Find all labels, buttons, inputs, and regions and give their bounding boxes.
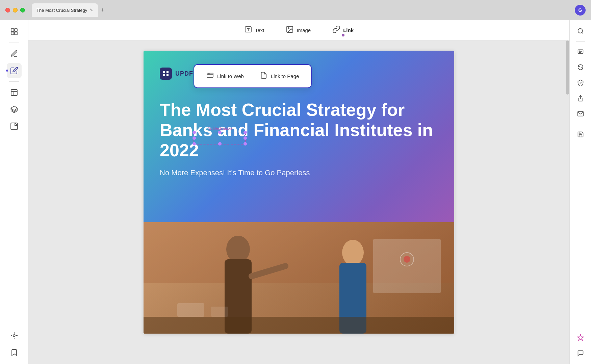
close-button[interactable]	[5, 8, 10, 12]
toolbar-link-container: Link	[327, 23, 359, 38]
scrollbar-thumb[interactable]	[566, 41, 569, 95]
svg-rect-2	[11, 32, 14, 35]
handle-mid-left[interactable]	[192, 136, 196, 140]
toolbar-text-button[interactable]: Text	[239, 23, 270, 38]
sidebar-divider-1	[9, 43, 19, 43]
sidebar-item-bookmark[interactable]	[7, 345, 22, 360]
svg-point-20	[342, 240, 364, 265]
hero-title: The Most Crucial Strategy for Banks and …	[160, 100, 438, 160]
handle-mid-right[interactable]	[243, 136, 247, 140]
sync-icon-button[interactable]	[574, 60, 587, 74]
photo-svg	[144, 222, 454, 334]
sidebar-item-pages[interactable]	[7, 24, 22, 39]
svg-rect-27	[211, 307, 228, 317]
handle-top-mid[interactable]	[218, 131, 222, 134]
tab-title: The Most Crucial Strategy	[36, 8, 87, 13]
save-icon-button[interactable]	[574, 128, 587, 141]
hero-banner: UPDF	[144, 51, 454, 222]
svg-point-28	[578, 29, 582, 33]
sidebar-item-templates[interactable]	[7, 85, 22, 100]
secure-icon-button[interactable]	[574, 76, 587, 89]
link-to-page-label: Link to Page	[271, 73, 299, 79]
logo-text: UPDF	[175, 70, 193, 77]
right-divider-1	[576, 41, 585, 42]
pdf-page: UPDF	[144, 51, 454, 334]
link-popup: Link to Web Link to Page	[194, 64, 312, 88]
svg-rect-4	[11, 89, 17, 96]
ocr-icon-button[interactable]	[574, 45, 587, 58]
link-to-web-label: Link to Web	[217, 73, 244, 79]
traffic-lights	[5, 8, 25, 12]
document-tab[interactable]: The Most Crucial Strategy ✎	[32, 3, 98, 17]
page-icon	[260, 72, 267, 81]
link-to-page-option[interactable]: Link to Page	[253, 69, 306, 83]
handle-top-left[interactable]	[192, 131, 196, 134]
svg-point-13	[209, 74, 210, 74]
mail-icon-button[interactable]	[574, 107, 587, 121]
sidebar-item-layers-bottom[interactable]	[7, 328, 22, 343]
app-body: Text Image	[0, 20, 591, 364]
sidebar-item-pen[interactable]	[7, 46, 22, 61]
handle-bot-left[interactable]	[192, 142, 196, 146]
ai-icon-button[interactable]	[574, 331, 587, 344]
share-icon-button[interactable]	[574, 92, 587, 105]
photo-placeholder	[144, 222, 454, 334]
image-toolbar-icon	[286, 25, 294, 35]
svg-rect-3	[15, 32, 17, 35]
top-toolbar: Text Image	[28, 20, 569, 41]
toolbar-image-label: Image	[297, 27, 311, 33]
svg-rect-25	[144, 317, 454, 334]
toolbar-image-button[interactable]: Image	[280, 23, 316, 38]
scrollbar[interactable]	[565, 41, 569, 364]
right-divider-2	[576, 124, 585, 124]
svg-rect-6	[11, 123, 18, 130]
text-toolbar-icon	[244, 25, 252, 35]
sidebar-divider-2	[9, 81, 19, 82]
maximize-button[interactable]	[20, 8, 25, 12]
svg-point-7	[13, 335, 15, 337]
svg-point-10	[288, 28, 289, 29]
logo-icon	[160, 68, 172, 80]
svg-point-24	[404, 256, 410, 263]
svg-rect-0	[11, 29, 14, 31]
svg-rect-1	[15, 29, 17, 31]
add-tab-button[interactable]: +	[101, 7, 104, 14]
no-destination-label: No Destination	[207, 126, 232, 130]
link-toolbar-icon	[332, 25, 340, 35]
minimize-button[interactable]	[13, 8, 18, 12]
photo-section	[144, 222, 454, 334]
search-icon-button[interactable]	[574, 24, 587, 38]
handle-top-right[interactable]	[243, 131, 247, 134]
left-sidebar	[0, 20, 28, 364]
right-sidebar	[569, 20, 591, 364]
svg-point-12	[208, 74, 209, 74]
handle-bot-right[interactable]	[243, 142, 247, 146]
document-page: UPDF	[144, 51, 454, 334]
user-avatar[interactable]: G	[575, 5, 586, 16]
sidebar-item-layers[interactable]	[7, 102, 22, 117]
sidebar-item-stickers[interactable]	[7, 119, 22, 134]
canvas-area[interactable]: UPDF	[28, 41, 569, 364]
svg-rect-26	[177, 303, 204, 317]
main-area: Text Image	[28, 20, 569, 364]
active-indicator	[6, 70, 8, 72]
handle-bot-mid[interactable]	[218, 142, 222, 146]
selected-element[interactable]: No Destination	[194, 132, 246, 145]
hero-subtitle: No More Expenses! It's Time to Go Paperl…	[160, 168, 438, 177]
toolbar-text-label: Text	[255, 27, 264, 33]
sidebar-item-markup-container	[7, 63, 22, 78]
chat-icon-button[interactable]	[574, 346, 587, 360]
url-icon	[206, 72, 214, 81]
edit-icon[interactable]: ✎	[90, 8, 93, 12]
titlebar: The Most Crucial Strategy ✎ + G	[0, 0, 591, 20]
svg-point-17	[226, 236, 250, 263]
link-active-dot	[342, 34, 344, 36]
link-to-web-option[interactable]: Link to Web	[200, 69, 251, 83]
toolbar-link-label: Link	[343, 27, 354, 33]
sidebar-item-markup[interactable]	[7, 63, 22, 78]
